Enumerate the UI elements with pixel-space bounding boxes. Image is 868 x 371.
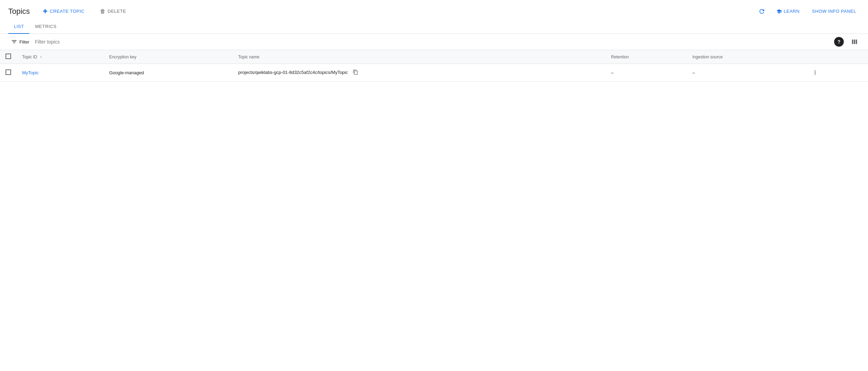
page-header: Topics ✚ CREATE TOPIC 🗑 DELETE LEARN SHO…: [0, 0, 868, 20]
select-all-checkbox[interactable]: [6, 54, 11, 59]
learn-icon: [776, 9, 782, 14]
copy-icon: [353, 69, 358, 75]
topic-name-cell: projects/qwiklabs-gcp-01-8d32c5af2c4c/to…: [233, 64, 606, 82]
checkbox-header: [0, 50, 17, 64]
table-header-row: Topic ID ↑ Encryption key Topic name Ret…: [0, 50, 868, 64]
add-icon: ✚: [43, 8, 48, 15]
tabs: LIST METRICS: [0, 20, 868, 34]
row-checkbox-cell: [0, 64, 17, 82]
topic-id-link[interactable]: MyTopic: [22, 70, 39, 75]
actions-header: [804, 50, 868, 64]
more-vert-icon: [812, 69, 818, 76]
columns-icon: [851, 38, 858, 46]
filter-button[interactable]: Filter: [8, 37, 32, 47]
filter-icon: [11, 39, 17, 45]
copy-topic-name-button[interactable]: [351, 69, 360, 77]
ingestion-source-cell: –: [687, 64, 804, 82]
refresh-button[interactable]: [756, 6, 767, 17]
create-topic-button[interactable]: ✚ CREATE TOPIC: [38, 6, 89, 17]
topics-table: Topic ID ↑ Encryption key Topic name Ret…: [0, 50, 868, 82]
table-container: Topic ID ↑ Encryption key Topic name Ret…: [0, 50, 868, 82]
columns-button[interactable]: [849, 37, 860, 47]
tab-metrics[interactable]: METRICS: [29, 20, 62, 34]
retention-cell: –: [606, 64, 687, 82]
header-right: LEARN SHOW INFO PANEL: [756, 6, 860, 17]
delete-icon: 🗑: [100, 8, 106, 15]
help-button[interactable]: ?: [834, 37, 844, 47]
sort-icon: ↑: [40, 55, 42, 59]
topic-id-cell: MyTopic: [17, 64, 104, 82]
more-actions-button[interactable]: [809, 68, 821, 77]
encryption-key-cell: Google-managed: [104, 64, 233, 82]
refresh-icon: [758, 8, 765, 15]
delete-button[interactable]: 🗑 DELETE: [95, 6, 131, 17]
retention-header: Retention: [606, 50, 687, 64]
filter-input[interactable]: [35, 39, 831, 45]
row-actions-cell: [804, 64, 868, 82]
toolbar: Filter ?: [0, 34, 868, 50]
topic-id-header[interactable]: Topic ID ↑: [17, 50, 104, 64]
row-checkbox[interactable]: [6, 69, 11, 75]
table-row: MyTopic Google-managed projects/qwiklabs…: [0, 64, 868, 82]
toolbar-right: ?: [834, 37, 860, 47]
page-title: Topics: [8, 7, 30, 16]
ingestion-source-header: Ingestion source: [687, 50, 804, 64]
topic-name-header: Topic name: [233, 50, 606, 64]
learn-button[interactable]: LEARN: [773, 7, 803, 16]
tab-list[interactable]: LIST: [8, 20, 29, 34]
encryption-key-header: Encryption key: [104, 50, 233, 64]
filter-label: Filter: [19, 39, 29, 45]
show-info-panel-button[interactable]: SHOW INFO PANEL: [809, 7, 860, 16]
